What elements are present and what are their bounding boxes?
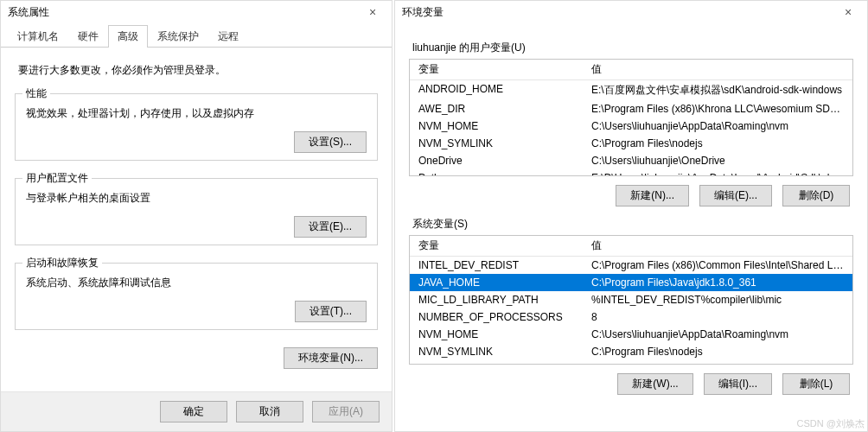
var-value: C:\Program Files\nodejs [583,343,852,360]
list-item[interactable]: MIC_LD_LIBRARY_PATH%INTEL_DEV_REDIST%com… [410,291,852,308]
body: 要进行大多数更改，你必须作为管理员登录。 性能 视觉效果，处理器计划，内存使用，… [1,48,392,391]
startup-settings-button[interactable]: 设置(T)... [295,301,367,322]
user-profile-group: 用户配置文件 与登录帐户相关的桌面设置 设置(E)... [15,178,378,245]
tab-bar: 计算机名 硬件 高级 系统保护 远程 [1,25,392,48]
performance-group: 性能 视觉效果，处理器计划，内存使用，以及虚拟内存 设置(S)... [15,93,378,161]
group-desc: 与登录帐户相关的桌面设置 [26,191,367,206]
list-item[interactable]: OneDriveC:\Users\liuhuanjie\OneDrive [410,152,852,169]
var-value: C:\Program Files\nodejs [583,135,852,152]
group-legend: 用户配置文件 [22,171,92,186]
titlebar: 环境变量 × [395,1,867,23]
new-user-var-button[interactable]: 新建(N)... [616,185,689,206]
list-item[interactable]: JAVA_HOMEC:\Program Files\Java\jdk1.8.0_… [410,274,852,291]
tab-remote[interactable]: 远程 [208,25,248,48]
edit-user-var-button[interactable]: 编辑(E)... [699,185,772,206]
sys-vars-label: 系统变量(S) [412,217,853,232]
var-value: C:\Users\liuhuanjie\AppData\Roaming\nvm [583,118,852,135]
list-header: 变量 值 [410,236,852,257]
var-name: NVM_HOME [410,118,583,135]
list-item[interactable]: OSWindows_NT [410,360,852,365]
edit-sys-var-button[interactable]: 编辑(I)... [704,373,772,395]
col-variable: 变量 [410,60,583,79]
list-item[interactable]: NVM_HOMEC:\Users\liuhuanjie\AppData\Roam… [410,326,852,343]
tab-advanced[interactable]: 高级 [108,25,148,48]
var-name: ANDROID_HOME [410,80,583,100]
list-item[interactable]: NVM_SYMLINKC:\Program Files\nodejs [410,135,852,152]
list-item[interactable]: NVM_SYMLINKC:\Program Files\nodejs [410,343,852,360]
var-name: NVM_HOME [410,326,583,343]
environment-variables-window: 环境变量 × liuhuanjie 的用户变量(U) 变量 值 ANDROID_… [394,0,868,432]
var-name: NVM_SYMLINK [410,343,583,360]
var-name: Path [410,169,583,176]
col-variable: 变量 [410,236,583,256]
close-icon[interactable]: × [836,5,860,19]
var-name: AWE_DIR [410,100,583,118]
col-value: 值 [583,236,852,256]
system-vars-list[interactable]: 变量 值 INTEL_DEV_REDISTC:\Program Files (x… [409,235,853,365]
delete-sys-var-button[interactable]: 删除(L) [782,373,850,395]
var-value: %INTEL_DEV_REDIST%compiler\lib\mic [583,291,852,308]
sys-action-row: 新建(W)... 编辑(I)... 删除(L) [409,373,850,395]
list-header: 变量 值 [410,60,852,80]
list-item[interactable]: NUMBER_OF_PROCESSORS8 [410,308,852,326]
window-title: 系统属性 [8,5,49,20]
var-name: OS [410,360,583,365]
group-legend: 性能 [22,86,50,101]
var-value: Windows_NT [583,360,852,365]
user-action-row: 新建(N)... 编辑(E)... 删除(D) [409,185,850,206]
var-value: E:\百度网盘文件\安卓模拟器\sdK\android-sdk-windows [583,80,852,100]
list-item[interactable]: NVM_HOMEC:\Users\liuhuanjie\AppData\Roam… [410,118,852,135]
startup-recovery-group: 启动和故障恢复 系统启动、系统故障和调试信息 设置(T)... [15,263,378,330]
ok-button[interactable]: 确定 [160,401,227,422]
new-sys-var-button[interactable]: 新建(W)... [617,373,692,395]
close-icon[interactable]: × [361,5,385,19]
performance-settings-button[interactable]: 设置(S)... [294,131,367,153]
var-name: OneDrive [410,152,583,169]
var-value: C:\Users\liuhuanjie\OneDrive [583,152,852,169]
var-name: NUMBER_OF_PROCESSORS [410,308,583,326]
var-name: NVM_SYMLINK [410,135,583,152]
user-vars-label: liuhuanjie 的用户变量(U) [412,41,853,55]
list-item[interactable]: INTEL_DEV_REDISTC:\Program Files (x86)\C… [410,257,852,274]
col-value: 值 [583,60,852,79]
apply-button[interactable]: 应用(A) [312,401,380,422]
profile-settings-button[interactable]: 设置(E)... [294,216,367,238]
var-value: C:\Program Files (x86)\Common Files\Inte… [583,257,852,274]
group-desc: 视觉效果，处理器计划，内存使用，以及虚拟内存 [26,106,367,121]
var-value: E:\D\Users\liuhuanjie\AppDate\Local\Andr… [583,169,852,176]
var-value: E:\Program Files (x86)\Khrona LLC\Awesom… [583,100,852,118]
titlebar: 系统属性 × [1,1,392,23]
bottom-bar: 确定 取消 应用(A) [1,391,392,431]
tab-computer-name[interactable]: 计算机名 [8,25,68,48]
var-value: C:\Users\liuhuanjie\AppData\Roaming\nvm [583,326,852,343]
system-properties-window: 系统属性 × 计算机名 硬件 高级 系统保护 远程 要进行大多数更改，你必须作为… [0,0,393,432]
user-vars-list[interactable]: 变量 值 ANDROID_HOMEE:\百度网盘文件\安卓模拟器\sdK\and… [409,59,853,176]
list-item[interactable]: ANDROID_HOMEE:\百度网盘文件\安卓模拟器\sdK\android-… [410,80,852,100]
tab-hardware[interactable]: 硬件 [68,25,108,48]
delete-user-var-button[interactable]: 删除(D) [782,185,850,206]
var-name: JAVA_HOME [410,274,583,291]
body: liuhuanjie 的用户变量(U) 变量 值 ANDROID_HOMEE:\… [395,23,867,431]
group-legend: 启动和故障恢复 [22,256,102,270]
cancel-button[interactable]: 取消 [236,401,303,422]
tab-system-protection[interactable]: 系统保护 [148,25,208,48]
list-item[interactable]: AWE_DIRE:\Program Files (x86)\Khrona LLC… [410,100,852,118]
environment-variables-button[interactable]: 环境变量(N)... [284,347,378,369]
var-name: MIC_LD_LIBRARY_PATH [410,291,583,308]
var-name: INTEL_DEV_REDIST [410,257,583,274]
window-title: 环境变量 [402,5,444,20]
var-value: C:\Program Files\Java\jdk1.8.0_361 [583,274,852,291]
var-value: 8 [583,308,852,326]
list-item[interactable]: PathE:\D\Users\liuhuanjie\AppDate\Local\… [410,169,852,176]
admin-note: 要进行大多数更改，你必须作为管理员登录。 [18,63,378,78]
group-desc: 系统启动、系统故障和调试信息 [26,276,367,290]
